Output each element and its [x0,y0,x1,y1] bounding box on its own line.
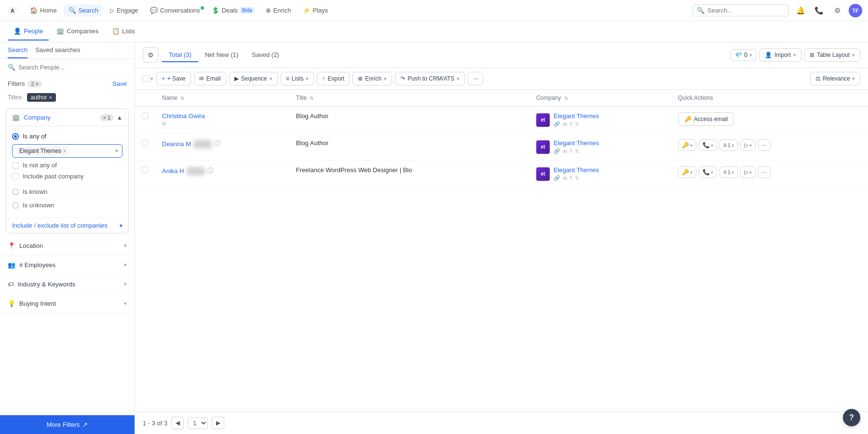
row1-link-facebook-icon[interactable]: f [570,121,571,127]
nav-item-plays[interactable]: ⚡ Plays [298,4,333,16]
more-filters-button[interactable]: More Filters ↗ [0,415,135,434]
relevance-button[interactable]: ⚖ Relevance ▾ [810,72,860,85]
app-logo[interactable]: A [6,4,19,17]
row2-link-facebook-icon[interactable]: f [570,148,571,154]
industry-filter-title: 🏷 Industry & Keywords [8,281,75,288]
row1-company-name[interactable]: Elegant Themes [554,112,599,120]
email-button[interactable]: ✉ Email [194,72,226,85]
sidebar-tab-search[interactable]: Search [8,46,27,58]
row2-sequence-action-btn[interactable]: ≡ 1 ▾ [719,139,738,151]
row2-phone-action-btn[interactable]: 📞 ▾ [699,139,717,151]
row3-checkbox[interactable] [142,166,149,173]
is-unknown-option[interactable]: Is unknown [12,198,122,212]
row1-link-twitter-icon[interactable]: 𝕏 [575,121,579,127]
row3-phone-action-btn[interactable]: 📞 ▾ [699,166,717,178]
avatar[interactable]: TF [849,4,862,17]
row2-checkbox[interactable] [142,139,149,146]
company-count-x[interactable]: × [103,115,106,121]
company-tag-input[interactable]: Elegant Themes × ▾ [12,144,122,158]
row3-link-web-icon[interactable]: 🔗 [554,175,560,181]
save-button[interactable]: + + Save [156,72,191,85]
row3-name[interactable]: Anika H [162,167,184,175]
company-tag-x[interactable]: × [63,149,66,154]
more-actions-button[interactable]: ··· [468,72,483,85]
col-company[interactable]: Company ⇅ [529,90,671,107]
tab-saved[interactable]: Saved (2) [245,48,285,62]
credit-count[interactable]: 💎 0 ▾ [731,49,757,61]
buying-intent-filter-section[interactable]: 💡 Buying Intent ▾ [0,294,135,313]
sidebar-tab-saved[interactable]: Saved searches [35,46,80,58]
industry-filter-section[interactable]: 🏷 Industry & Keywords ▾ [0,275,135,294]
row2-email-action-btn[interactable]: 🔑 ▾ [678,139,696,151]
row2-name[interactable]: Deanna M [162,140,191,148]
search-input[interactable] [707,7,785,14]
col-title[interactable]: Title ⇅ [289,90,529,107]
sub-nav-item-lists[interactable]: 📋 Lists [106,23,141,41]
row1-checkbox[interactable] [142,112,149,119]
export-button[interactable]: ↑ Export [317,72,350,85]
import-button[interactable]: 👤 Import ▾ [760,48,801,62]
dropdown-arrow-icon[interactable]: ▾ [115,148,118,154]
row2-info-icon[interactable]: ⓘ [215,139,221,148]
row3-send-chevron-icon: ▾ [749,170,752,175]
is-any-of-option[interactable]: Is any of [12,130,122,142]
row2-link-linkedin-icon[interactable]: in [563,148,568,154]
tab-netnew[interactable]: Net New (1) [198,48,245,62]
include-past-company-option[interactable]: Include past company [12,171,122,182]
row3-link-linkedin-icon[interactable]: in [563,175,568,181]
settings-icon[interactable]: ⚙ [830,4,844,17]
row3-company-name[interactable]: Elegant Themes [554,166,599,174]
filter-icon-button[interactable]: ⚙ [143,47,158,63]
page-next-btn[interactable]: ▶ [212,417,224,429]
col-name[interactable]: Name ⇅ [155,90,289,107]
row1-link-web-icon[interactable]: 🔗 [554,121,560,127]
company-filter-header[interactable]: 🏢 Company × 1 ▲ [6,109,128,126]
row2-more-action-btn[interactable]: ··· [758,139,771,151]
employees-filter-section[interactable]: 👥 # Employees ▾ [0,256,135,275]
filter-count-x[interactable]: × [36,81,39,87]
sidebar-search-input[interactable] [18,64,127,71]
row2-link-web-icon[interactable]: 🔗 [554,148,560,154]
page-prev-btn[interactable]: ◀ [171,417,184,429]
page-select[interactable]: 1 [188,417,208,429]
push-crm-button[interactable]: ↷ Push to CRM/ATS ▾ [395,72,465,85]
nav-item-enrich[interactable]: ⊕ Enrich [261,4,296,16]
nav-item-conversations[interactable]: 💬 Conversations [145,4,205,16]
sub-nav-item-people[interactable]: 👤 People [8,23,49,41]
row1-link-linkedin-icon[interactable]: in [563,121,568,127]
nav-item-deals[interactable]: 💲 Deals Beta [207,4,259,16]
save-link[interactable]: Save [112,80,127,87]
notifications-bell-icon[interactable]: 🔔 [794,4,807,17]
enrich-button[interactable]: ⊕ Enrich ▾ [353,72,392,85]
row3-link-twitter-icon[interactable]: 𝕏 [575,175,579,181]
row1-name[interactable]: Christina Gwira [162,112,283,120]
phone-icon[interactable]: 📞 [812,4,826,17]
include-exclude-link[interactable]: Include / exclude list of companies ▾ [6,217,128,233]
title-sort-icon: ⇅ [310,95,313,101]
is-not-any-of-option[interactable]: Is not any of [12,160,122,171]
row2-link-twitter-icon[interactable]: 𝕏 [575,148,579,154]
nav-item-engage[interactable]: ▷ Engage [105,4,143,16]
row2-company-name[interactable]: Elegant Themes [554,139,599,147]
nav-item-home[interactable]: 🏠 Home [25,4,62,16]
row3-link-facebook-icon[interactable]: f [570,175,571,181]
select-all-checkbox[interactable]: ▾ [143,75,153,82]
row2-send-action-btn[interactable]: ▷ ▾ [740,139,756,151]
tab-total[interactable]: Total (3) [162,48,198,62]
is-known-option[interactable]: Is known [12,185,122,198]
nav-item-search[interactable]: 🔍 Search [64,4,103,16]
row3-info-icon[interactable]: ⓘ [207,166,214,175]
help-button[interactable]: ? [843,409,860,426]
global-search-box[interactable]: 🔍 [692,4,789,16]
row3-sequence-action-btn[interactable]: ≡ 1 ▾ [719,166,738,178]
location-filter-section[interactable]: 📍 Location ▾ [0,236,135,256]
row3-send-action-btn[interactable]: ▷ ▾ [740,166,756,178]
row3-more-action-btn[interactable]: ··· [758,166,771,178]
row1-access-email-button[interactable]: 🔑 Access email [678,112,734,126]
table-layout-button[interactable]: ⊞ Table Layout ▾ [804,48,860,62]
lists-button[interactable]: ≡ Lists ▾ [281,72,314,85]
sequence-button[interactable]: ▶ Sequence ▾ [229,72,278,85]
sub-nav-item-companies[interactable]: 🏢 Companies [51,23,104,41]
filter-tag-x[interactable]: × [49,95,52,100]
row3-email-action-btn[interactable]: 🔑 ▾ [678,166,696,178]
